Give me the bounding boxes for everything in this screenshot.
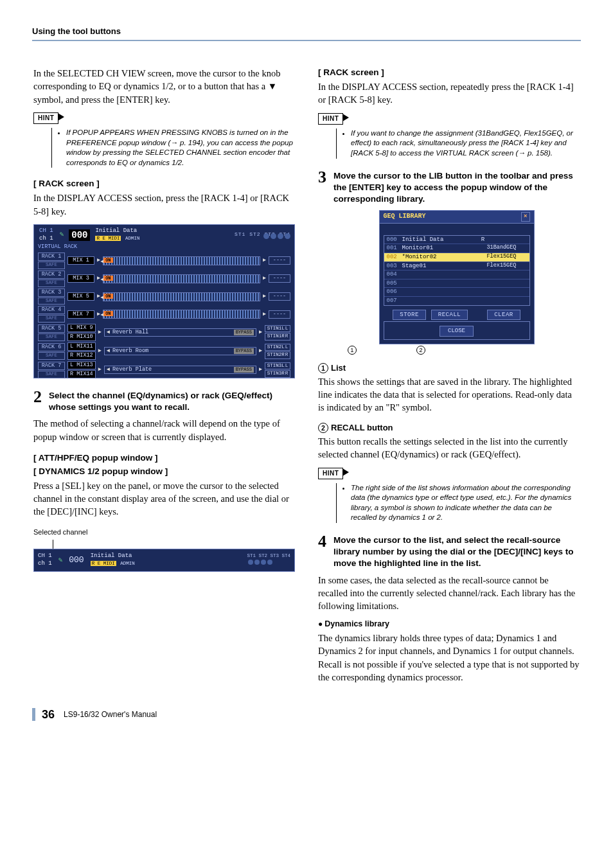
st-dots bbox=[262, 233, 290, 242]
right-column: [ RACK screen ] In the DISPLAY ACCESS se… bbox=[317, 67, 581, 690]
rack-screen-text-left: In the DISPLAY ACCESS section, press the… bbox=[33, 191, 295, 218]
page-footer: 36 LS9-16/32 Owner's Manual bbox=[32, 708, 581, 721]
re-midi-indicator: R E MIDI bbox=[95, 236, 121, 241]
clear-button[interactable]: CLEAR bbox=[487, 310, 520, 321]
hint-box-right-1: HINT If you want to change the assignmen… bbox=[318, 113, 580, 159]
channel-indicator: CH 1 ch 1 bbox=[38, 227, 55, 242]
header-bar-screenshot: CH 1 ch 1 ✎ 000 Initial Data R E MIDI AD… bbox=[33, 549, 295, 572]
close-icon[interactable]: × bbox=[521, 212, 529, 222]
step-text: Move the cursor to the LIB button in the… bbox=[333, 169, 580, 206]
hint-body: The right side of the list shows informa… bbox=[336, 483, 580, 523]
geq-library-wrapper: GEQ LIBRARY × 000Initial DataR 001Monito… bbox=[333, 210, 580, 355]
dynamics-heading: [ DYNAMICS 1/2 popup window ] bbox=[33, 466, 295, 478]
step-number: 2 bbox=[33, 389, 44, 413]
sub-body-text: Press a [SEL] key on the panel, or move … bbox=[33, 479, 295, 518]
step4-body: In some cases, the data selected as the … bbox=[318, 574, 580, 613]
virtual-rack-screenshot: CH 1 ch 1 ✎ 000 Initial Data R E MIDI AD… bbox=[33, 224, 295, 378]
callout-2-icon: 2 bbox=[416, 346, 425, 355]
rack-screen-heading-right: [ RACK screen ] bbox=[318, 67, 580, 79]
hint-arrow-icon bbox=[58, 113, 64, 121]
scene-number: 000 bbox=[69, 555, 84, 566]
rack-screen-heading-left: [ RACK screen ] bbox=[33, 178, 295, 190]
dynamics-library-body: The dynamics library holds three types o… bbox=[318, 632, 580, 684]
hint-item: The right side of the list shows informa… bbox=[351, 483, 580, 523]
rack-grid: RACK 1SAFEMIX 1▶◀ON▶---- RACK 2SAFEMIX 3… bbox=[38, 252, 290, 378]
hint-body: If POPUP APPEARS WHEN PRESSING KNOBS is … bbox=[51, 128, 295, 168]
rack-tabs: VIRTUAL RACK bbox=[38, 244, 290, 251]
step-4: 4 Move the cursor to the list, and selec… bbox=[318, 533, 580, 570]
list-body: This shows the settings that are saved i… bbox=[318, 375, 580, 414]
step-number: 3 bbox=[318, 169, 328, 206]
step-text: Move the cursor to the list, and select … bbox=[333, 533, 580, 570]
manual-title: LS9-16/32 Owner's Manual bbox=[64, 709, 157, 720]
page-section-header: Using the tool buttons bbox=[32, 26, 581, 41]
callout-1-icon: 1 bbox=[348, 346, 357, 355]
circled-2-icon: 2 bbox=[318, 423, 328, 433]
hint-item: If you want to change the assignment (31… bbox=[351, 128, 580, 159]
hint-box-right-2: HINT The right side of the list shows in… bbox=[318, 468, 580, 523]
two-column-layout: In the SELECTED CH VIEW screen, move the… bbox=[32, 67, 581, 690]
step-number: 4 bbox=[318, 533, 328, 570]
hint-label: HINT bbox=[318, 113, 343, 125]
hint-item: If POPUP APPEARS WHEN PRESSING KNOBS is … bbox=[66, 128, 295, 168]
callout-row: 1 2 bbox=[333, 346, 580, 355]
step-text: Select the channel (EQ/dynamics) or rack… bbox=[49, 389, 295, 413]
pencil-icon: ✎ bbox=[58, 556, 63, 565]
recall-body: This button recalls the settings selecte… bbox=[318, 435, 580, 461]
rack-screen-text-right: In the DISPLAY ACCESS section, repeatedl… bbox=[318, 80, 580, 107]
bullet-icon: ● bbox=[318, 619, 323, 628]
caption-leader-line bbox=[53, 540, 295, 549]
hint-box-left: HINT If POPUP APPEARS WHEN PRESSING KNOB… bbox=[33, 112, 295, 168]
step-2: 2 Select the channel (EQ/dynamics) or ra… bbox=[33, 389, 295, 413]
hint-label: HINT bbox=[33, 112, 58, 124]
list-heading: 1List bbox=[318, 362, 580, 374]
hint-label: HINT bbox=[318, 468, 343, 479]
selected-channel-caption: Selected channel bbox=[33, 527, 295, 537]
scene-name: Initial Data bbox=[95, 227, 137, 234]
hint-arrow-icon bbox=[342, 114, 349, 121]
dynamics-library-heading: ●Dynamics library bbox=[318, 619, 580, 630]
circled-1-icon: 1 bbox=[318, 363, 328, 373]
page-number: 36 bbox=[42, 707, 55, 723]
recall-button[interactable]: RECALL bbox=[431, 310, 468, 321]
left-intro-text: In the SELECTED CH VIEW screen, move the… bbox=[33, 67, 295, 106]
channel-indicator-small: CH 1 ch 1 bbox=[38, 553, 52, 567]
hint-arrow-icon bbox=[342, 468, 349, 476]
geq-list[interactable]: 000Initial DataR 001Monitor0131BandGEQ 0… bbox=[384, 235, 530, 306]
hint-body: If you want to change the assignment (31… bbox=[336, 128, 580, 159]
att-hpf-eq-heading: [ ATT/HPF/EQ popup window ] bbox=[33, 452, 295, 465]
pencil-icon: ✎ bbox=[60, 230, 64, 239]
step-3: 3 Move the cursor to the LIB button in t… bbox=[318, 169, 580, 206]
store-button[interactable]: STORE bbox=[393, 310, 426, 321]
geq-library-screenshot: GEQ LIBRARY × 000Initial DataR 001Monito… bbox=[379, 210, 535, 344]
geq-title-text: GEQ LIBRARY bbox=[384, 212, 426, 222]
step2-body: The method of selecting a channel/rack w… bbox=[33, 417, 295, 443]
left-column: In the SELECTED CH VIEW screen, move the… bbox=[32, 67, 296, 690]
recall-heading: 2RECALL button bbox=[318, 422, 580, 434]
close-button[interactable]: CLOSE bbox=[440, 326, 474, 337]
scene-number: 000 bbox=[69, 229, 90, 241]
admin-indicator: ADMIN bbox=[124, 236, 141, 241]
